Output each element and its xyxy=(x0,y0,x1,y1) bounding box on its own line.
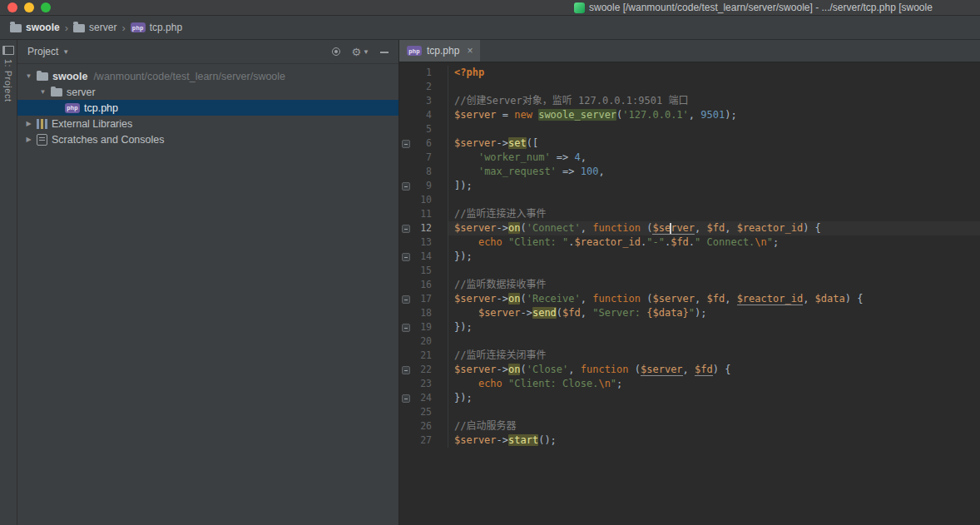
code-token: ; xyxy=(616,378,622,389)
chevron-down-icon[interactable]: ▼ xyxy=(24,72,33,80)
fold-spacer xyxy=(402,423,410,431)
fold-start-icon[interactable] xyxy=(402,295,410,304)
code-line: 6$server->set([ xyxy=(399,136,980,151)
breadcrumb-label: tcp.php xyxy=(150,22,182,33)
code-text xyxy=(448,193,980,207)
code-text xyxy=(448,80,980,94)
fold-spacer xyxy=(402,210,410,219)
code-line: 8 'max_request' => 100, xyxy=(399,165,980,179)
code-token: -> xyxy=(497,364,508,375)
fold-spacer xyxy=(402,267,410,275)
folder-icon xyxy=(10,24,22,32)
project-view-selector[interactable]: Project ▼ xyxy=(27,46,69,57)
code-token: => xyxy=(551,151,575,163)
tree-item-tcp-php[interactable]: phptcp.php xyxy=(17,100,398,116)
locate-file-button[interactable] xyxy=(332,47,340,56)
gutter: 7 xyxy=(399,151,448,165)
code-token: function xyxy=(592,293,646,305)
code-token: new xyxy=(514,109,538,121)
breadcrumb-item-server[interactable]: server xyxy=(72,22,118,33)
code-token: echo xyxy=(478,236,508,248)
gutter: 14 xyxy=(399,250,448,264)
gutter: 8 xyxy=(399,165,448,179)
gutter: 21 xyxy=(399,349,448,363)
line-number: 11 xyxy=(412,207,432,221)
code-token: $server xyxy=(652,293,695,305)
gutter: 22 xyxy=(399,363,448,377)
code-token: (); xyxy=(538,434,557,446)
fold-end-icon[interactable] xyxy=(402,394,410,403)
close-tab-icon[interactable]: × xyxy=(467,45,473,57)
zoom-window-button[interactable] xyxy=(41,2,51,12)
line-number: 19 xyxy=(412,320,432,334)
code-line: 19}); xyxy=(399,320,980,334)
code-token: , xyxy=(689,109,700,121)
code-token: $se xyxy=(652,222,671,235)
breadcrumb-item-swoole[interactable]: swoole xyxy=(8,22,62,33)
tool-window-button-project[interactable]: 1: Project xyxy=(2,46,14,102)
code-token: }); xyxy=(454,392,473,404)
code-editor[interactable]: 1<?php23//创建Server对象，监听 127.0.0.1:9501 端… xyxy=(399,62,980,525)
gutter: 12 xyxy=(399,221,448,235)
scratches-icon xyxy=(37,134,47,146)
line-number: 18 xyxy=(412,306,432,320)
code-token: ( xyxy=(520,222,526,234)
chevron-right-icon[interactable]: ▶ xyxy=(24,136,33,143)
fold-start-icon[interactable] xyxy=(402,140,410,148)
settings-button[interactable]: ⚙▼ xyxy=(351,47,369,57)
tree-item-scratches-and-consoles[interactable]: ▶Scratches and Consoles xyxy=(17,131,398,147)
code-token: 4 xyxy=(575,151,581,163)
chevron-down-icon: ▼ xyxy=(363,48,369,56)
window-title-area: swoole [/wanmount/code/test_learn/server… xyxy=(574,0,980,15)
code-token: 100 xyxy=(581,166,599,177)
code-token: rver xyxy=(671,222,695,235)
chevron-down-icon[interactable]: ▼ xyxy=(38,88,47,96)
libraries-icon xyxy=(37,119,47,129)
code-token xyxy=(454,378,478,389)
line-number: 13 xyxy=(412,235,432,250)
breadcrumb-item-tcp-php[interactable]: phptcp.php xyxy=(129,22,184,33)
line-number: 17 xyxy=(412,292,432,306)
code-token: "Server: xyxy=(592,307,646,319)
chevron-right-icon[interactable]: ▶ xyxy=(24,120,33,127)
code-token: start xyxy=(508,434,538,446)
gutter: 4 xyxy=(399,108,448,122)
code-token: ); xyxy=(725,109,736,121)
code-line: 11//监听连接进入事件 xyxy=(399,207,980,221)
hide-tool-window-button[interactable] xyxy=(380,51,389,53)
tree-item-path: /wanmount/code/test_learn/server/swoole xyxy=(93,71,285,82)
fold-start-icon[interactable] xyxy=(402,225,410,233)
code-text xyxy=(448,122,980,136)
code-token: " xyxy=(689,307,695,319)
gutter: 5 xyxy=(399,122,448,136)
project-tool-icon xyxy=(2,46,14,55)
minimize-window-button[interactable] xyxy=(24,2,34,12)
code-token: //监听数据接收事件 xyxy=(454,279,546,290)
tab-tcp-php[interactable]: php tcp.php × xyxy=(399,40,480,62)
code-text xyxy=(448,405,980,419)
code-token: on xyxy=(508,222,520,234)
tree-item-external-libraries[interactable]: ▶External Libraries xyxy=(17,116,398,131)
close-window-button[interactable] xyxy=(7,2,17,12)
line-number: 14 xyxy=(412,250,432,264)
gutter: 23 xyxy=(399,377,448,391)
fold-end-icon[interactable] xyxy=(402,253,410,261)
code-line: 26//启动服务器 xyxy=(399,419,980,433)
code-token: -> xyxy=(497,137,508,149)
tree-item-server[interactable]: ▼server xyxy=(17,84,398,100)
fold-spacer xyxy=(402,126,410,134)
code-token: \n xyxy=(755,236,766,248)
tree-item-swoole[interactable]: ▼swoole/wanmount/code/test_learn/server/… xyxy=(17,68,398,84)
fold-end-icon[interactable] xyxy=(402,182,410,191)
gutter: 18 xyxy=(399,306,448,320)
fold-spacer xyxy=(402,239,410,247)
fold-spacer xyxy=(402,338,410,346)
code-token: function xyxy=(581,364,635,375)
gutter: 10 xyxy=(399,193,448,207)
code-token: $fd xyxy=(671,236,689,248)
fold-end-icon[interactable] xyxy=(402,324,410,332)
breadcrumb-separator-icon: › xyxy=(121,22,125,34)
code-line: 22$server->on('Close', function ($server… xyxy=(399,363,980,377)
left-tool-window-bar: 1: Project xyxy=(0,40,17,525)
fold-start-icon[interactable] xyxy=(402,366,410,374)
